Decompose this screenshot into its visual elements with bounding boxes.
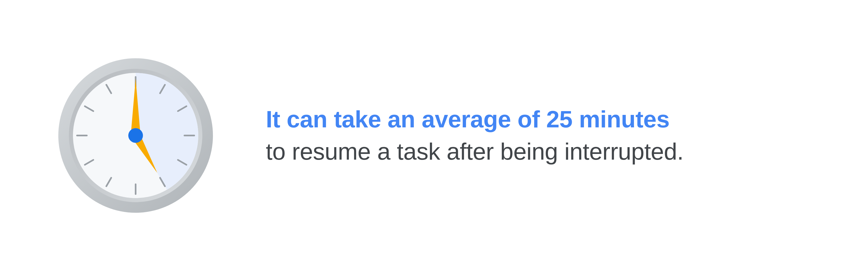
svg-point-17 (128, 128, 143, 143)
infographic-container: It can take an average of 25 minutes to … (54, 54, 684, 217)
headline-text: It can take an average of 25 minutes (266, 103, 684, 135)
clock-illustration (54, 54, 217, 217)
infographic-text: It can take an average of 25 minutes to … (266, 103, 684, 168)
clock-icon (54, 54, 217, 217)
subline-text: to resume a task after being interrupted… (266, 135, 684, 168)
